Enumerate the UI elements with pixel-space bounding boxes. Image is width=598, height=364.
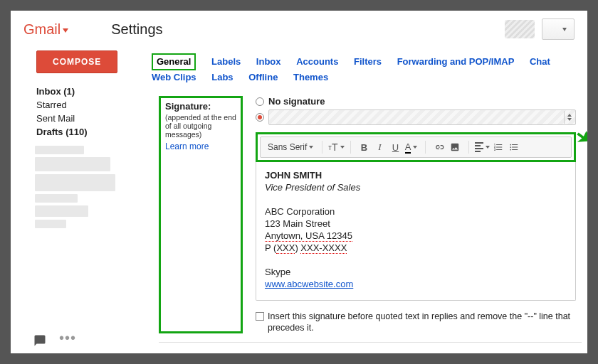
logo-dropdown-icon bbox=[63, 28, 68, 33]
tab-general[interactable]: General bbox=[152, 53, 196, 70]
tab-webclips[interactable]: Web Clips bbox=[152, 70, 196, 85]
account-avatar[interactable] bbox=[505, 20, 535, 38]
section-divider bbox=[159, 342, 582, 343]
link-button[interactable] bbox=[431, 139, 447, 155]
bold-button[interactable]: B bbox=[357, 139, 372, 155]
insert-before-label: Insert this signature before quoted text… bbox=[268, 311, 576, 333]
select-arrows-icon bbox=[564, 111, 574, 124]
signature-account-select[interactable] bbox=[268, 109, 576, 125]
personal-level-label: Personal level indicators: bbox=[159, 351, 243, 353]
sidebar-redacted bbox=[35, 146, 124, 228]
tab-offline[interactable]: Offline bbox=[248, 70, 278, 85]
signature-section-label: Signature: (appended at the end of all o… bbox=[159, 96, 243, 333]
font-size-button[interactable]: тT bbox=[328, 139, 344, 155]
sidebar-item-inbox[interactable]: Inbox (1) bbox=[11, 85, 146, 98]
tab-forwarding[interactable]: Forwarding and POP/IMAP bbox=[397, 55, 515, 69]
sig-role: Vice President of Sales bbox=[265, 182, 360, 193]
sig-skype: Skype bbox=[265, 267, 290, 277]
annotation-arrow-icon bbox=[146, 85, 149, 111]
sig-street: 123 Main Street bbox=[265, 218, 330, 229]
tab-filters[interactable]: Filters bbox=[354, 55, 382, 69]
italic-button[interactable]: I bbox=[372, 139, 388, 155]
more-icon[interactable]: ••• bbox=[59, 330, 76, 346]
signature-subtext: (appended at the end of all outgoing mes… bbox=[165, 113, 236, 139]
sig-name: JOHN SMITH bbox=[265, 170, 322, 181]
sidebar-item-sent[interactable]: Sent Mail bbox=[11, 112, 146, 125]
no-signature-label: No signature bbox=[268, 96, 325, 107]
sig-company: ABC Corporation bbox=[265, 206, 335, 217]
sig-url[interactable]: www.abcwebsite.com bbox=[265, 279, 353, 289]
gear-icon bbox=[550, 24, 560, 35]
sidebar-item-starred[interactable]: Starred bbox=[11, 98, 146, 112]
image-button[interactable] bbox=[447, 139, 463, 155]
numbered-list-button[interactable] bbox=[491, 139, 506, 155]
sig-city: Anytown, USA 12345 bbox=[265, 230, 352, 242]
align-button[interactable] bbox=[475, 139, 491, 155]
learn-more-link[interactable]: Learn more bbox=[165, 141, 209, 151]
signature-account-radio[interactable] bbox=[256, 113, 264, 122]
tab-inbox[interactable]: Inbox bbox=[256, 55, 281, 69]
no-indicators-label: No indicators bbox=[268, 351, 327, 353]
sidebar-item-drafts[interactable]: Drafts (110) bbox=[11, 125, 146, 139]
tab-labs[interactable]: Labs bbox=[211, 70, 233, 85]
no-indicators-radio[interactable] bbox=[256, 353, 264, 354]
tab-accounts[interactable]: Accounts bbox=[296, 55, 338, 69]
text-color-button[interactable]: A bbox=[404, 139, 419, 155]
settings-tabs: General Labels Inbox Accounts Filters Fo… bbox=[146, 48, 587, 86]
chevron-down-icon bbox=[562, 28, 567, 31]
gmail-logo[interactable]: Gmail bbox=[23, 21, 68, 38]
font-family-dropdown[interactable]: Sans Serif bbox=[268, 139, 316, 155]
signature-toolbar: Sans Serif тT B I U bbox=[256, 132, 576, 162]
sig-phone: P (XXX) XXX-XXXX bbox=[265, 242, 347, 254]
bulleted-list-button[interactable] bbox=[506, 139, 522, 155]
tab-themes[interactable]: Themes bbox=[293, 70, 328, 85]
insert-before-checkbox[interactable] bbox=[256, 312, 264, 321]
tab-labels[interactable]: Labels bbox=[211, 55, 241, 69]
signature-heading: Signature: bbox=[165, 101, 211, 112]
underline-button[interactable]: U bbox=[388, 139, 404, 155]
page-title: Settings bbox=[111, 21, 162, 38]
tab-chat[interactable]: Chat bbox=[530, 55, 550, 69]
settings-gear-button[interactable] bbox=[542, 18, 575, 40]
no-signature-radio[interactable] bbox=[256, 97, 264, 106]
signature-editor[interactable]: JOHN SMITH Vice President of Sales ABC C… bbox=[256, 162, 576, 301]
chat-icon[interactable] bbox=[33, 334, 46, 347]
logo-text: Gmail bbox=[23, 21, 61, 38]
compose-button[interactable]: COMPOSE bbox=[36, 50, 117, 73]
